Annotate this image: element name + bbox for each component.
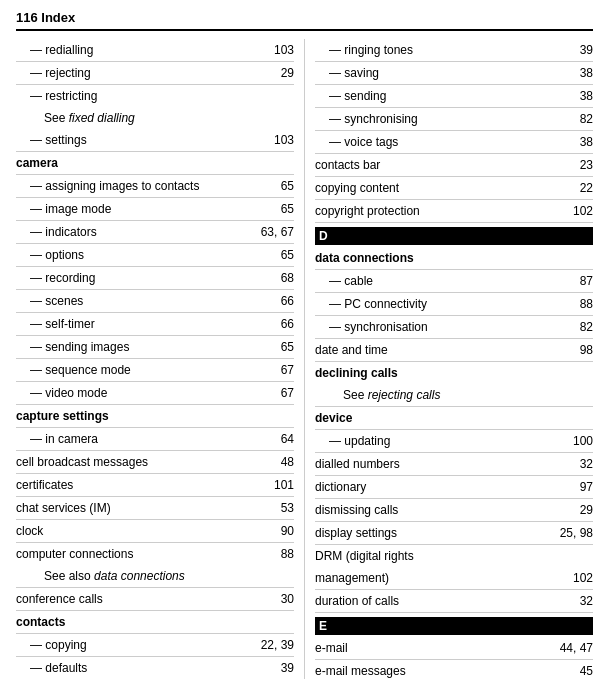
list-item: — assigning images to contacts 65	[16, 175, 294, 198]
list-item: — rejecting 29	[16, 62, 294, 85]
list-item: See also data connections	[16, 565, 294, 588]
list-item: — in camera 64	[16, 428, 294, 451]
list-item: copyright protection 102	[315, 200, 593, 223]
list-item: — sending 38	[315, 85, 593, 108]
list-item: duration of calls 32	[315, 590, 593, 613]
list-item: — recording 68	[16, 267, 294, 290]
list-item: — sequence mode 67	[16, 359, 294, 382]
left-column: — redialling 103 — rejecting 29 — restri…	[16, 39, 304, 679]
list-item: — copying 22, 39	[16, 634, 294, 657]
section-capture: capture settings	[16, 405, 294, 428]
list-item: cell broadcast messages 48	[16, 451, 294, 474]
list-item: — ringing tones 39	[315, 39, 593, 62]
section-e-header: E	[315, 617, 593, 635]
list-item: copying content 22	[315, 177, 593, 200]
section-device: device	[315, 407, 593, 430]
list-item: — video mode 67	[16, 382, 294, 405]
list-item: display settings 25, 98	[315, 522, 593, 545]
list-item: date and time 98	[315, 339, 593, 362]
right-column: — ringing tones 39 — saving 38 — sending…	[304, 39, 593, 679]
list-item: — sending images 65	[16, 336, 294, 359]
list-item: — self-timer 66	[16, 313, 294, 336]
list-item: chat services (IM) 53	[16, 497, 294, 520]
list-item: — cable 87	[315, 270, 593, 293]
list-item: — updating 100	[315, 430, 593, 453]
list-item: e-mail messages 45	[315, 660, 593, 679]
section-declining: declining calls	[315, 362, 593, 384]
list-item: management) 102	[315, 567, 593, 590]
list-item: — redialling 103	[16, 39, 294, 62]
list-item: — synchronisation 82	[315, 316, 593, 339]
list-item: clock 90	[16, 520, 294, 543]
list-item: contacts bar 23	[315, 154, 593, 177]
list-item: See fixed dialling	[16, 107, 294, 129]
list-item: dialled numbers 32	[315, 453, 593, 476]
list-item: conference calls 30	[16, 588, 294, 611]
list-item: — synchronising 82	[315, 108, 593, 131]
list-item: e-mail 44, 47	[315, 637, 593, 660]
list-item: — scenes 66	[16, 290, 294, 313]
list-item: — saving 38	[315, 62, 593, 85]
list-item: — indicators 63, 67	[16, 221, 294, 244]
section-d-header: D	[315, 227, 593, 245]
list-item: — voice tags 38	[315, 131, 593, 154]
section-contacts: contacts	[16, 611, 294, 634]
list-item: — options 65	[16, 244, 294, 267]
list-item: dictionary 97	[315, 476, 593, 499]
list-item: — image mode 65	[16, 198, 294, 221]
dismissing-calls-item: dismissing calls 29	[315, 499, 593, 522]
section-data-connections: data connections	[315, 247, 593, 270]
list-item: — settings 103	[16, 129, 294, 152]
list-item: computer connections 88	[16, 543, 294, 565]
list-item: — defaults 39	[16, 657, 294, 679]
list-item: — PC connectivity 88	[315, 293, 593, 316]
list-item: DRM (digital rights	[315, 545, 593, 567]
section-camera: camera	[16, 152, 294, 175]
list-item: See rejecting calls	[315, 384, 593, 407]
page-title: 116 Index	[16, 10, 593, 31]
list-item: — restricting	[16, 85, 294, 107]
list-item: certificates 101	[16, 474, 294, 497]
